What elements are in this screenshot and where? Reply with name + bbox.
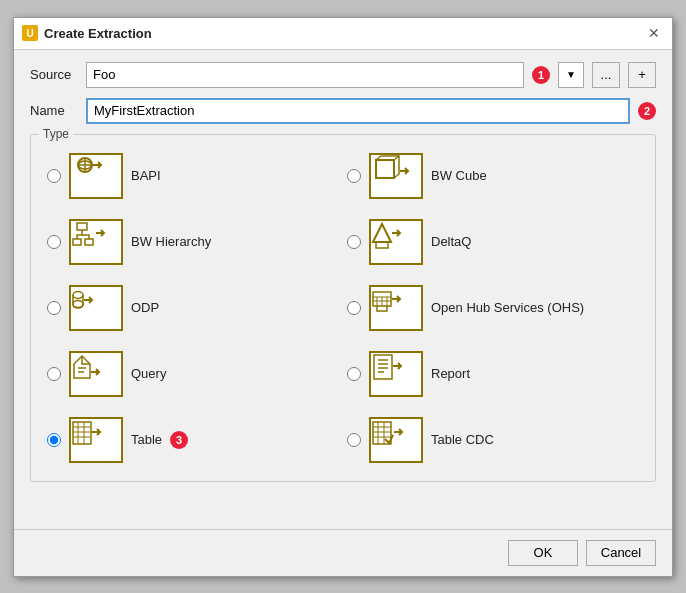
app-icon: U (22, 25, 38, 41)
type-grid: BAPI BW Cube (43, 147, 643, 469)
label-table-cdc: Table CDC (431, 432, 494, 447)
title-bar: U Create Extraction ✕ (14, 18, 672, 50)
label-bw-cube: BW Cube (431, 168, 487, 183)
label-bapi: BAPI (131, 168, 161, 183)
label-report: Report (431, 366, 470, 381)
svg-rect-11 (373, 422, 391, 444)
source-input[interactable] (86, 62, 524, 88)
source-ellipsis-button[interactable]: ... (592, 62, 620, 88)
icon-bw-hierarchy (69, 219, 123, 265)
radio-table[interactable] (47, 433, 61, 447)
source-label: Source (30, 67, 78, 82)
dialog-footer: OK Cancel (14, 529, 672, 576)
type-item-odp: ODP (43, 279, 343, 337)
source-dropdown-button[interactable]: ▼ (558, 62, 584, 88)
svg-point-7 (73, 300, 83, 307)
cancel-button[interactable]: Cancel (586, 540, 656, 566)
icon-bw-cube (369, 153, 423, 199)
name-row: Name 2 (30, 98, 656, 124)
icon-bapi (69, 153, 123, 199)
create-extraction-dialog: U Create Extraction ✕ Source 1 ▼ ... + N… (13, 17, 673, 577)
name-badge: 2 (638, 102, 656, 120)
icon-table-cdc (369, 417, 423, 463)
radio-ohs[interactable] (347, 301, 361, 315)
svg-rect-4 (85, 239, 93, 245)
source-plus-button[interactable]: + (628, 62, 656, 88)
icon-table (69, 417, 123, 463)
radio-table-cdc[interactable] (347, 433, 361, 447)
label-ohs: Open Hub Services (OHS) (431, 300, 584, 315)
type-item-bw-hierarchy: BW Hierarchy (43, 213, 343, 271)
type-item-ohs: Open Hub Services (OHS) (343, 279, 643, 337)
icon-query (69, 351, 123, 397)
icon-report (369, 351, 423, 397)
svg-rect-9 (374, 355, 392, 379)
radio-odp[interactable] (47, 301, 61, 315)
source-row: Source 1 ▼ ... + (30, 62, 656, 88)
type-group: Type BAPI (30, 134, 656, 482)
label-deltaq: DeltaQ (431, 234, 471, 249)
svg-rect-10 (73, 422, 91, 444)
label-table: Table (131, 432, 162, 447)
close-button[interactable]: ✕ (644, 24, 664, 42)
radio-deltaq[interactable] (347, 235, 361, 249)
name-label: Name (30, 103, 78, 118)
type-item-query: Query (43, 345, 343, 403)
type-item-report: Report (343, 345, 643, 403)
radio-report[interactable] (347, 367, 361, 381)
radio-query[interactable] (47, 367, 61, 381)
type-item-table: Table 3 (43, 411, 343, 469)
radio-bapi[interactable] (47, 169, 61, 183)
dialog-content: Source 1 ▼ ... + Name 2 Type (14, 50, 672, 529)
title-bar-left: U Create Extraction (22, 25, 152, 41)
table-badge: 3 (170, 431, 188, 449)
svg-rect-2 (77, 223, 87, 230)
label-bw-hierarchy: BW Hierarchy (131, 234, 211, 249)
type-legend: Type (39, 127, 73, 141)
label-odp: ODP (131, 300, 159, 315)
type-item-bapi: BAPI (43, 147, 343, 205)
name-input[interactable] (86, 98, 630, 124)
icon-ohs (369, 285, 423, 331)
radio-bw-cube[interactable] (347, 169, 361, 183)
type-item-deltaq: DeltaQ (343, 213, 643, 271)
type-item-bw-cube: BW Cube (343, 147, 643, 205)
ok-button[interactable]: OK (508, 540, 578, 566)
source-badge: 1 (532, 66, 550, 84)
svg-marker-5 (373, 224, 391, 242)
type-item-table-cdc: Table CDC (343, 411, 643, 469)
radio-bw-hierarchy[interactable] (47, 235, 61, 249)
dialog-title: Create Extraction (44, 26, 152, 41)
svg-rect-1 (376, 160, 394, 178)
icon-odp (69, 285, 123, 331)
svg-rect-3 (73, 239, 81, 245)
icon-deltaq (369, 219, 423, 265)
label-query: Query (131, 366, 166, 381)
svg-point-6 (73, 291, 83, 298)
